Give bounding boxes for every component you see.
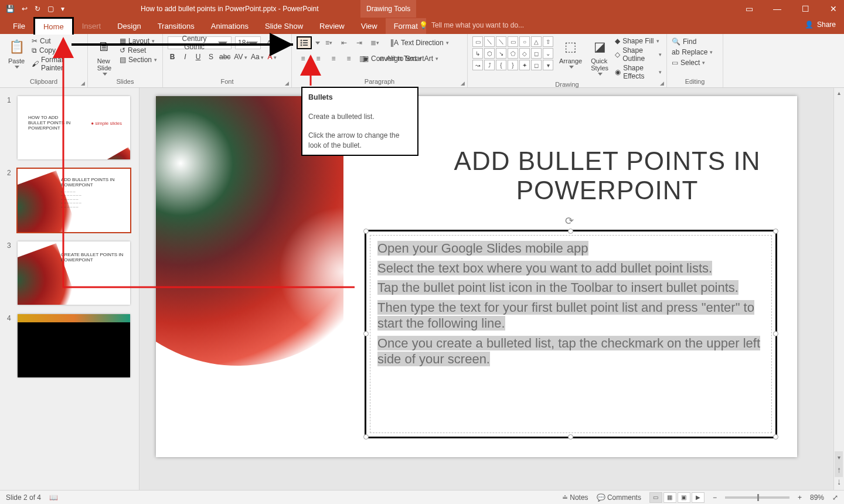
slide-counter[interactable]: Slide 2 of 4 — [6, 493, 41, 502]
zoom-percent[interactable]: 89% — [810, 493, 824, 502]
paste-button[interactable]: 📋 Paste — [5, 36, 28, 70]
tab-view[interactable]: View — [353, 18, 386, 34]
zoom-out-button[interactable]: − — [713, 493, 717, 502]
shape-effects-button[interactable]: ◉ Shape Effects — [615, 63, 662, 81]
spellcheck-icon[interactable]: 📖 — [49, 493, 58, 502]
justify-button[interactable]: ≡ — [342, 53, 355, 64]
zoom-slider[interactable] — [725, 496, 789, 499]
format-painter-button[interactable]: 🖌 Format Painter — [32, 55, 83, 73]
maximize-icon[interactable]: ☐ — [798, 4, 812, 13]
slide-thumbnail-2[interactable]: ADD BULLET POINTS IN POWERPOINT — — — — … — [18, 169, 130, 232]
qat-more-icon[interactable]: ▾ — [61, 5, 64, 13]
resize-handle[interactable] — [363, 434, 369, 440]
change-case-button[interactable]: Aa — [251, 53, 264, 61]
slide-editor[interactable]: ADD BULLET POINTS INPOWERPOINT ⟳ Open yo… — [139, 88, 844, 490]
save-icon[interactable]: 💾 — [6, 5, 15, 13]
scroll-up-icon[interactable]: ▴ — [834, 88, 844, 98]
dialog-launcher-icon[interactable]: ◢ — [461, 80, 465, 86]
tab-insert[interactable]: Insert — [74, 18, 110, 34]
slide-title[interactable]: ADD BULLET POINTS INPOWERPOINT — [426, 147, 789, 205]
copy-button[interactable]: ⧉ Copy — [32, 46, 83, 55]
font-color-button[interactable]: A — [267, 53, 277, 61]
align-left-button[interactable]: ≡ — [297, 53, 309, 64]
strikethrough-button[interactable]: abc — [219, 53, 230, 61]
resize-handle[interactable] — [773, 331, 778, 336]
rotate-handle-icon[interactable]: ⟳ — [565, 214, 574, 227]
dialog-launcher-icon[interactable]: ◢ — [81, 80, 85, 86]
ribbon-display-icon[interactable]: ▭ — [742, 4, 756, 13]
slideshow-view-icon[interactable]: ▶ — [692, 492, 705, 503]
tab-slideshow[interactable]: Slide Show — [257, 18, 311, 34]
resize-handle[interactable] — [568, 434, 573, 440]
next-slide-icon[interactable]: ⭣ — [834, 477, 844, 488]
find-button[interactable]: 🔍 Find — [672, 36, 718, 47]
resize-handle[interactable] — [363, 331, 369, 336]
content-textbox[interactable]: Open your Google Slides mobile app Selec… — [365, 230, 777, 438]
comments-button[interactable]: 💬 Comments — [597, 493, 641, 502]
tab-review[interactable]: Review — [311, 18, 353, 34]
convert-smartart-button[interactable]: ▣ Convert to SmartArt — [362, 54, 462, 63]
shape-fill-button[interactable]: ◆ Shape Fill — [615, 36, 662, 46]
align-center-button[interactable]: ≡ — [312, 53, 325, 64]
redo-icon[interactable]: ↻ — [35, 5, 40, 13]
line-spacing-button[interactable]: ≣ — [368, 37, 381, 49]
slide-thumbnail-4[interactable] — [18, 314, 130, 377]
shrink-font-icon[interactable]: A — [277, 40, 287, 46]
quick-styles-button[interactable]: ◪Quick Styles — [588, 36, 611, 77]
tab-home[interactable]: Home — [33, 17, 74, 35]
fit-to-window-icon[interactable]: ⤢ — [832, 493, 838, 502]
resize-handle[interactable] — [773, 434, 778, 440]
arrange-button[interactable]: ⬚Arrange — [557, 36, 584, 70]
replace-button[interactable]: ab Replace — [672, 47, 718, 57]
resize-handle[interactable] — [568, 229, 573, 234]
scroll-down-icon[interactable]: ▾ — [834, 452, 844, 463]
notes-button[interactable]: ≐ Notes — [562, 493, 588, 502]
italic-button[interactable]: I — [181, 53, 190, 61]
cut-button[interactable]: ✂ Cut — [32, 36, 83, 46]
tab-file[interactable]: File — [5, 18, 33, 34]
char-spacing-button[interactable]: AV — [234, 53, 247, 61]
dialog-launcher-icon[interactable]: ◢ — [285, 80, 289, 86]
zoom-in-button[interactable]: + — [798, 493, 802, 502]
share-button[interactable]: 👤 Share — [805, 21, 836, 29]
vertical-scrollbar[interactable]: ▴ ▾ ⭡ ⭣ — [833, 88, 844, 490]
sorter-view-icon[interactable]: ▦ — [663, 492, 676, 503]
tab-transitions[interactable]: Transitions — [149, 18, 203, 34]
shadow-button[interactable]: S — [206, 53, 216, 61]
reading-view-icon[interactable]: ▣ — [678, 492, 690, 503]
font-name-combo[interactable]: Century Gothic — [168, 36, 232, 49]
normal-view-icon[interactable]: ▭ — [649, 492, 662, 503]
bullets-button[interactable] — [297, 36, 312, 49]
tab-animations[interactable]: Animations — [203, 18, 257, 34]
shapes-gallery[interactable]: ▭＼＼▭○△⇧ ↳⬡↘⬠◇◻⌄ ↝⤴{}✦◻▾ — [472, 36, 553, 70]
dialog-launcher-icon[interactable]: ◢ — [660, 80, 664, 86]
tell-me-search[interactable]: 💡 Tell me what you want to do... — [419, 21, 524, 29]
decrease-indent-button[interactable]: ⇤ — [338, 37, 350, 49]
slide-thumbnail-1[interactable]: HOW TO ADDBULLET POINTS INPOWERPOINT ● s… — [18, 96, 130, 159]
resize-handle[interactable] — [773, 229, 778, 234]
grow-font-icon[interactable]: A — [264, 39, 274, 47]
undo-icon[interactable]: ↩ — [22, 5, 28, 13]
tab-design[interactable]: Design — [109, 18, 149, 34]
font-size-combo[interactable]: 18+ — [235, 36, 261, 49]
increase-indent-button[interactable]: ⇥ — [353, 37, 366, 49]
align-right-button[interactable]: ≡ — [327, 53, 340, 64]
bold-button[interactable]: B — [168, 53, 177, 61]
section-button[interactable]: ▤ Section — [120, 55, 157, 64]
close-icon[interactable]: ✕ — [826, 4, 840, 13]
select-button[interactable]: ▭ Select — [672, 57, 718, 68]
start-from-beginning-icon[interactable]: ▢ — [47, 5, 54, 13]
numbering-button[interactable]: ≡ — [322, 37, 335, 49]
slide-canvas[interactable]: ADD BULLET POINTS INPOWERPOINT ⟳ Open yo… — [156, 96, 797, 457]
minimize-icon[interactable]: — — [770, 4, 784, 13]
new-slide-button[interactable]: 🗎 New Slide — [93, 36, 116, 77]
text-direction-button[interactable]: ǁA Text Direction — [390, 38, 449, 47]
resize-handle[interactable] — [363, 229, 369, 234]
reset-button[interactable]: ↺ Reset — [120, 46, 157, 55]
slide-thumbnail-3[interactable]: CREATE BULLET POINTS IN POWERPOINT — [18, 241, 130, 305]
layout-button[interactable]: ▦ Layout — [120, 36, 157, 46]
bullets-dropdown-icon[interactable] — [315, 42, 320, 45]
prev-slide-icon[interactable]: ⭡ — [834, 465, 844, 476]
shape-outline-button[interactable]: ◇ Shape Outline — [615, 46, 662, 63]
underline-button[interactable]: U — [193, 53, 203, 61]
